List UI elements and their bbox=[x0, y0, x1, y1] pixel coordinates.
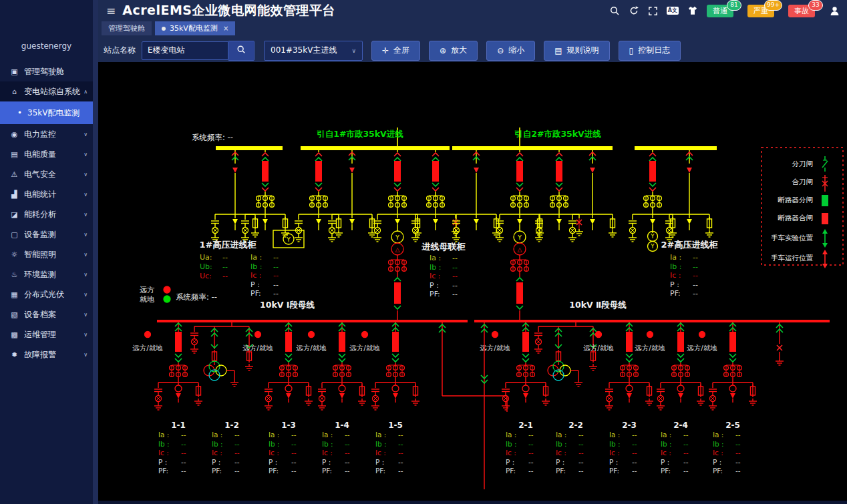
sidebar-item-label: 电气安全 bbox=[24, 169, 81, 180]
statistics-icon: ▟ bbox=[9, 190, 19, 199]
feeder-meas-key: Ic : bbox=[661, 449, 671, 457]
sidebar-item-label: 电力监控 bbox=[24, 129, 81, 140]
alarm-chip-2[interactable]: 事故33 bbox=[788, 5, 815, 17]
fullscreen-icon[interactable] bbox=[648, 6, 658, 16]
site-search-input[interactable] bbox=[142, 41, 228, 60]
feeder-meas-key: Ic : bbox=[212, 449, 222, 457]
tab-1[interactable]: 35kV配电监测× bbox=[155, 21, 235, 35]
feeder-meas-value: -- bbox=[181, 458, 186, 466]
sidebar-subitem-35kv-monitoring[interactable]: •35kV配电监测 bbox=[0, 101, 93, 124]
feeder-meas-key: Ib : bbox=[713, 440, 724, 448]
sidebar-item-dashboard[interactable]: ▣管理驾驶舱 bbox=[0, 61, 93, 81]
feeder-meas-key: Ic : bbox=[506, 449, 516, 457]
sidebar-item-power-monitor[interactable]: ◉电力监控∨ bbox=[0, 124, 93, 144]
sidebar-item-maintenance[interactable]: ▩运维管理∨ bbox=[0, 324, 93, 344]
feeder-meas-value: -- bbox=[578, 458, 584, 466]
tab-label: 35kV配电监测 bbox=[170, 23, 218, 33]
local-label: 就地 bbox=[140, 295, 154, 304]
zoom-in-icon: ⊕ bbox=[440, 47, 446, 55]
transformer-wye-symbol: Y bbox=[395, 234, 399, 241]
sidebar-item-device-monitor[interactable]: ▢设备监测∨ bbox=[0, 224, 93, 244]
feeder-meas-key: Ib : bbox=[556, 440, 567, 448]
feeder-meas-value: -- bbox=[181, 440, 186, 448]
feeder-meas-key: Ia : bbox=[661, 431, 671, 439]
sidebar-item-solar[interactable]: ▦分布式光伏∨ bbox=[0, 284, 93, 304]
sidebar-item-power-quality[interactable]: ▤电能质量∨ bbox=[0, 144, 93, 164]
header-actions: A文普通81严重99+事故33 bbox=[609, 0, 840, 21]
line-select-dropdown[interactable]: 001#35kV主进线 ∨ bbox=[264, 41, 363, 61]
feeder-meas-value: -- bbox=[345, 449, 350, 457]
cabinet-meas-key: Ic : bbox=[430, 272, 441, 280]
feeder-remote-local-label: 远方/就地 bbox=[687, 344, 717, 352]
feeder-meas-key: Ic : bbox=[158, 449, 169, 457]
feeder-remote-local-label: 远方/就地 bbox=[349, 344, 380, 352]
alarm-icon: ✹ bbox=[9, 350, 19, 359]
cabinet-meas-key: Ia : bbox=[250, 253, 262, 262]
log-icon: ▯ bbox=[629, 47, 634, 55]
toolbar-button-fullscreen-button[interactable]: ✛全屏 bbox=[371, 41, 420, 61]
feeder-meas-key: Ib : bbox=[375, 440, 387, 448]
sidebar-item-label: 环境监测 bbox=[24, 269, 81, 280]
cabinet-meas-value: -- bbox=[452, 290, 458, 298]
cabinet-voltage-key: Uc: bbox=[200, 272, 212, 280]
refresh-icon[interactable] bbox=[629, 5, 639, 16]
feeder-remote-local-label: 远方/就地 bbox=[583, 344, 614, 352]
chevron-up-icon: ∧ bbox=[83, 89, 88, 95]
feeder-meas-value: -- bbox=[735, 440, 741, 448]
alarm-chip-label: 事故 bbox=[794, 6, 809, 16]
toolbar-button-label: 控制日志 bbox=[638, 45, 670, 56]
feeder-meas-value: -- bbox=[735, 449, 741, 457]
solar-icon: ▦ bbox=[9, 290, 19, 299]
tab-0[interactable]: 管理驾驶舱 bbox=[102, 21, 152, 35]
translate-icon[interactable]: A文 bbox=[667, 7, 679, 15]
acrel-ems-app: { "app": { "title": "AcrelEMS企业微电网能效管理平台… bbox=[0, 0, 847, 504]
feeder-meas-key: PF: bbox=[506, 467, 516, 475]
sidebar-item-alarm[interactable]: ✹故障报警∨ bbox=[0, 344, 93, 364]
sidebar-item-archive[interactable]: ▧设备档案∨ bbox=[0, 304, 93, 324]
feeder-name-label: 1-3 bbox=[281, 421, 296, 430]
toolbar: 站点名称 001#35kV主进线 ∨ ✛全屏⊕放大⊖缩小▤规则说明▯控制日志 bbox=[98, 39, 847, 62]
close-icon[interactable]: × bbox=[223, 25, 228, 32]
sidebar-item-statistics[interactable]: ▟电能统计∨ bbox=[0, 184, 93, 204]
alarm-chip-0[interactable]: 普通81 bbox=[707, 5, 733, 17]
sidebar-item-environment[interactable]: ♨环境监测∨ bbox=[0, 264, 93, 284]
feeder-meas-key: PF: bbox=[269, 467, 279, 475]
sidebar-item-lighting[interactable]: ☼智能照明∨ bbox=[0, 244, 93, 264]
cabinet-voltage-value: -- bbox=[222, 272, 228, 280]
user-avatar-icon[interactable] bbox=[829, 5, 840, 17]
sidebar-item-label: 故障报警 bbox=[24, 349, 81, 360]
alarm-chip-label: 普通 bbox=[713, 6, 727, 16]
toolbar-button-zoom-in[interactable]: ⊕放大 bbox=[429, 41, 478, 61]
site-search-button[interactable] bbox=[228, 41, 255, 61]
toolbar-button-log[interactable]: ▯控制日志 bbox=[619, 41, 681, 61]
cabinet-meas-value: -- bbox=[273, 262, 279, 271]
toolbar-button-document[interactable]: ▤规则说明 bbox=[544, 41, 609, 61]
toolbar-button-zoom-out[interactable]: ⊖缩小 bbox=[486, 41, 535, 61]
chevron-down-icon: ∨ bbox=[83, 312, 88, 318]
chevron-down-icon: ∨ bbox=[83, 212, 88, 218]
feeder-name-label: 2-5 bbox=[725, 421, 740, 430]
toolbar-button-label: 放大 bbox=[451, 45, 467, 56]
theme-icon[interactable] bbox=[687, 5, 698, 16]
cabinet1-name-label: 1#高压进线柜 bbox=[200, 240, 257, 250]
search-icon[interactable] bbox=[609, 5, 620, 16]
toolbar-button-label: 规则说明 bbox=[567, 45, 599, 56]
feeder-meas-value: -- bbox=[234, 431, 240, 439]
hamburger-menu-icon[interactable]: ≡ bbox=[106, 4, 116, 17]
alarm-chip-1[interactable]: 严重99+ bbox=[747, 5, 774, 17]
legend-entry-label: 合刀闸 bbox=[792, 178, 814, 186]
feeder-meas-value: -- bbox=[398, 458, 403, 466]
feeder-meas-key: PF: bbox=[322, 467, 332, 475]
feeder-meas-key: Ic : bbox=[556, 449, 566, 457]
feeder-meas-value: -- bbox=[345, 458, 350, 466]
feeder-meas-value: -- bbox=[735, 458, 741, 466]
lighting-icon: ☼ bbox=[9, 250, 19, 259]
tab-active-dot-icon bbox=[162, 27, 166, 31]
feeder-meas-key: P : bbox=[713, 458, 721, 466]
feeder-meas-value: -- bbox=[181, 467, 186, 475]
sidebar-item-electrical-safety[interactable]: ⚠电气安全∨ bbox=[0, 164, 93, 184]
sidebar-item-analysis[interactable]: ◪能耗分析∨ bbox=[0, 204, 93, 224]
site-name-label: 站点名称 bbox=[104, 45, 136, 56]
cabinet-meas-key: Ic : bbox=[670, 271, 681, 280]
sidebar-item-substation[interactable]: ⌂变电站综自系统∧ bbox=[0, 81, 93, 101]
